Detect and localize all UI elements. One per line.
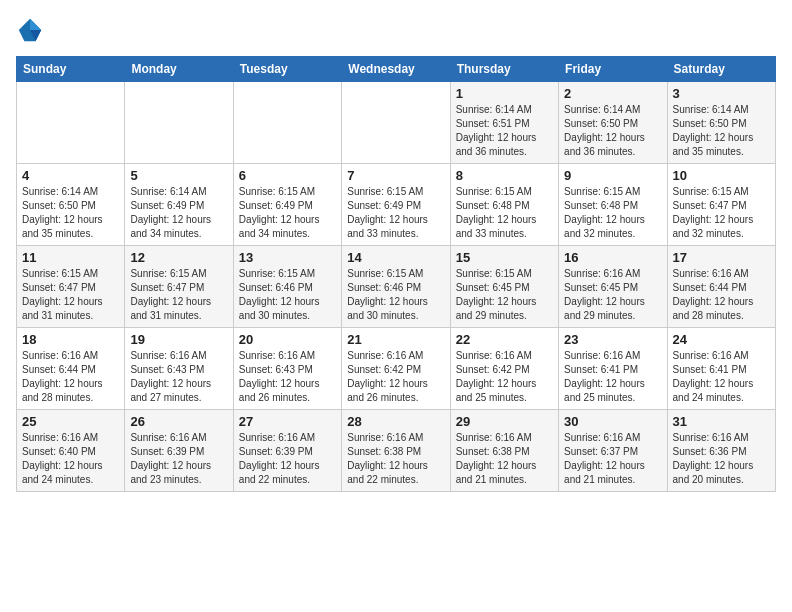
day-info: Sunrise: 6:15 AM Sunset: 6:45 PM Dayligh… xyxy=(456,267,553,323)
calendar-week-2: 4Sunrise: 6:14 AM Sunset: 6:50 PM Daylig… xyxy=(17,164,776,246)
calendar-cell: 10Sunrise: 6:15 AM Sunset: 6:47 PM Dayli… xyxy=(667,164,775,246)
day-info: Sunrise: 6:15 AM Sunset: 6:47 PM Dayligh… xyxy=(673,185,770,241)
calendar-cell: 2Sunrise: 6:14 AM Sunset: 6:50 PM Daylig… xyxy=(559,82,667,164)
calendar-week-1: 1Sunrise: 6:14 AM Sunset: 6:51 PM Daylig… xyxy=(17,82,776,164)
day-info: Sunrise: 6:14 AM Sunset: 6:49 PM Dayligh… xyxy=(130,185,227,241)
calendar-cell: 14Sunrise: 6:15 AM Sunset: 6:46 PM Dayli… xyxy=(342,246,450,328)
day-info: Sunrise: 6:16 AM Sunset: 6:45 PM Dayligh… xyxy=(564,267,661,323)
page-header xyxy=(16,16,776,44)
logo xyxy=(16,16,48,44)
day-info: Sunrise: 6:16 AM Sunset: 6:41 PM Dayligh… xyxy=(564,349,661,405)
calendar-cell: 24Sunrise: 6:16 AM Sunset: 6:41 PM Dayli… xyxy=(667,328,775,410)
calendar-cell: 5Sunrise: 6:14 AM Sunset: 6:49 PM Daylig… xyxy=(125,164,233,246)
day-info: Sunrise: 6:15 AM Sunset: 6:46 PM Dayligh… xyxy=(347,267,444,323)
day-info: Sunrise: 6:16 AM Sunset: 6:40 PM Dayligh… xyxy=(22,431,119,487)
day-info: Sunrise: 6:16 AM Sunset: 6:37 PM Dayligh… xyxy=(564,431,661,487)
calendar-cell: 28Sunrise: 6:16 AM Sunset: 6:38 PM Dayli… xyxy=(342,410,450,492)
day-number: 24 xyxy=(673,332,770,347)
day-number: 8 xyxy=(456,168,553,183)
day-number: 23 xyxy=(564,332,661,347)
day-number: 3 xyxy=(673,86,770,101)
day-info: Sunrise: 6:16 AM Sunset: 6:42 PM Dayligh… xyxy=(456,349,553,405)
day-number: 22 xyxy=(456,332,553,347)
calendar-cell xyxy=(125,82,233,164)
calendar-cell: 20Sunrise: 6:16 AM Sunset: 6:43 PM Dayli… xyxy=(233,328,341,410)
day-number: 2 xyxy=(564,86,661,101)
calendar-cell: 9Sunrise: 6:15 AM Sunset: 6:48 PM Daylig… xyxy=(559,164,667,246)
day-info: Sunrise: 6:16 AM Sunset: 6:43 PM Dayligh… xyxy=(130,349,227,405)
day-header-sunday: Sunday xyxy=(17,57,125,82)
calendar-cell: 22Sunrise: 6:16 AM Sunset: 6:42 PM Dayli… xyxy=(450,328,558,410)
calendar-week-5: 25Sunrise: 6:16 AM Sunset: 6:40 PM Dayli… xyxy=(17,410,776,492)
day-info: Sunrise: 6:14 AM Sunset: 6:50 PM Dayligh… xyxy=(564,103,661,159)
day-number: 28 xyxy=(347,414,444,429)
calendar-week-4: 18Sunrise: 6:16 AM Sunset: 6:44 PM Dayli… xyxy=(17,328,776,410)
day-number: 17 xyxy=(673,250,770,265)
day-number: 7 xyxy=(347,168,444,183)
day-number: 30 xyxy=(564,414,661,429)
calendar-cell xyxy=(342,82,450,164)
day-number: 18 xyxy=(22,332,119,347)
day-header-saturday: Saturday xyxy=(667,57,775,82)
day-info: Sunrise: 6:16 AM Sunset: 6:36 PM Dayligh… xyxy=(673,431,770,487)
day-number: 5 xyxy=(130,168,227,183)
day-info: Sunrise: 6:15 AM Sunset: 6:48 PM Dayligh… xyxy=(564,185,661,241)
calendar-table: SundayMondayTuesdayWednesdayThursdayFrid… xyxy=(16,56,776,492)
calendar-cell: 16Sunrise: 6:16 AM Sunset: 6:45 PM Dayli… xyxy=(559,246,667,328)
day-header-tuesday: Tuesday xyxy=(233,57,341,82)
calendar-cell: 18Sunrise: 6:16 AM Sunset: 6:44 PM Dayli… xyxy=(17,328,125,410)
calendar-cell: 31Sunrise: 6:16 AM Sunset: 6:36 PM Dayli… xyxy=(667,410,775,492)
calendar-cell: 19Sunrise: 6:16 AM Sunset: 6:43 PM Dayli… xyxy=(125,328,233,410)
day-header-wednesday: Wednesday xyxy=(342,57,450,82)
calendar-cell: 30Sunrise: 6:16 AM Sunset: 6:37 PM Dayli… xyxy=(559,410,667,492)
calendar-cell: 27Sunrise: 6:16 AM Sunset: 6:39 PM Dayli… xyxy=(233,410,341,492)
day-info: Sunrise: 6:15 AM Sunset: 6:47 PM Dayligh… xyxy=(22,267,119,323)
day-info: Sunrise: 6:15 AM Sunset: 6:49 PM Dayligh… xyxy=(239,185,336,241)
calendar-cell: 6Sunrise: 6:15 AM Sunset: 6:49 PM Daylig… xyxy=(233,164,341,246)
day-number: 10 xyxy=(673,168,770,183)
day-info: Sunrise: 6:15 AM Sunset: 6:47 PM Dayligh… xyxy=(130,267,227,323)
day-number: 25 xyxy=(22,414,119,429)
day-number: 21 xyxy=(347,332,444,347)
day-number: 4 xyxy=(22,168,119,183)
calendar-cell: 1Sunrise: 6:14 AM Sunset: 6:51 PM Daylig… xyxy=(450,82,558,164)
day-number: 29 xyxy=(456,414,553,429)
calendar-header-row: SundayMondayTuesdayWednesdayThursdayFrid… xyxy=(17,57,776,82)
day-info: Sunrise: 6:14 AM Sunset: 6:50 PM Dayligh… xyxy=(22,185,119,241)
day-header-monday: Monday xyxy=(125,57,233,82)
day-number: 12 xyxy=(130,250,227,265)
day-info: Sunrise: 6:16 AM Sunset: 6:44 PM Dayligh… xyxy=(22,349,119,405)
calendar-cell: 7Sunrise: 6:15 AM Sunset: 6:49 PM Daylig… xyxy=(342,164,450,246)
calendar-cell: 15Sunrise: 6:15 AM Sunset: 6:45 PM Dayli… xyxy=(450,246,558,328)
calendar-cell xyxy=(17,82,125,164)
day-info: Sunrise: 6:15 AM Sunset: 6:48 PM Dayligh… xyxy=(456,185,553,241)
calendar-cell: 12Sunrise: 6:15 AM Sunset: 6:47 PM Dayli… xyxy=(125,246,233,328)
calendar-cell: 4Sunrise: 6:14 AM Sunset: 6:50 PM Daylig… xyxy=(17,164,125,246)
day-info: Sunrise: 6:14 AM Sunset: 6:50 PM Dayligh… xyxy=(673,103,770,159)
day-number: 31 xyxy=(673,414,770,429)
day-number: 11 xyxy=(22,250,119,265)
day-number: 15 xyxy=(456,250,553,265)
day-info: Sunrise: 6:14 AM Sunset: 6:51 PM Dayligh… xyxy=(456,103,553,159)
calendar-week-3: 11Sunrise: 6:15 AM Sunset: 6:47 PM Dayli… xyxy=(17,246,776,328)
calendar-cell: 13Sunrise: 6:15 AM Sunset: 6:46 PM Dayli… xyxy=(233,246,341,328)
calendar-cell xyxy=(233,82,341,164)
day-info: Sunrise: 6:16 AM Sunset: 6:38 PM Dayligh… xyxy=(456,431,553,487)
calendar-cell: 8Sunrise: 6:15 AM Sunset: 6:48 PM Daylig… xyxy=(450,164,558,246)
svg-marker-1 xyxy=(30,19,41,30)
day-number: 1 xyxy=(456,86,553,101)
logo-icon xyxy=(16,16,44,44)
day-number: 19 xyxy=(130,332,227,347)
day-info: Sunrise: 6:16 AM Sunset: 6:39 PM Dayligh… xyxy=(130,431,227,487)
calendar-cell: 3Sunrise: 6:14 AM Sunset: 6:50 PM Daylig… xyxy=(667,82,775,164)
day-header-friday: Friday xyxy=(559,57,667,82)
day-info: Sunrise: 6:16 AM Sunset: 6:38 PM Dayligh… xyxy=(347,431,444,487)
day-info: Sunrise: 6:16 AM Sunset: 6:42 PM Dayligh… xyxy=(347,349,444,405)
calendar-cell: 26Sunrise: 6:16 AM Sunset: 6:39 PM Dayli… xyxy=(125,410,233,492)
day-info: Sunrise: 6:16 AM Sunset: 6:44 PM Dayligh… xyxy=(673,267,770,323)
day-number: 16 xyxy=(564,250,661,265)
calendar-cell: 17Sunrise: 6:16 AM Sunset: 6:44 PM Dayli… xyxy=(667,246,775,328)
day-number: 27 xyxy=(239,414,336,429)
day-info: Sunrise: 6:16 AM Sunset: 6:43 PM Dayligh… xyxy=(239,349,336,405)
day-number: 13 xyxy=(239,250,336,265)
